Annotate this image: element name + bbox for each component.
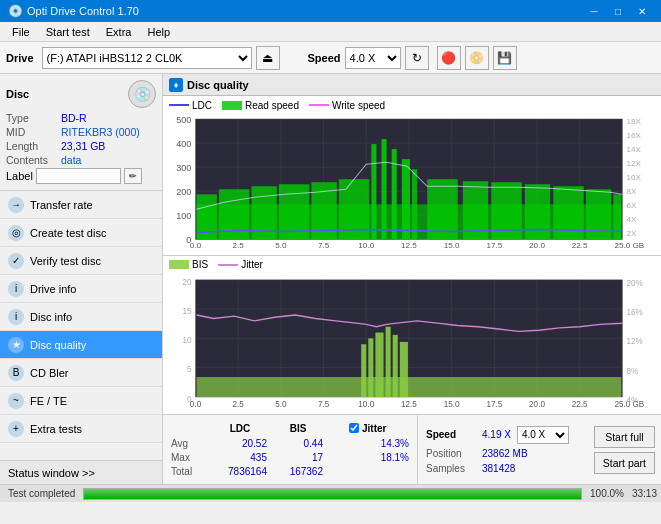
svg-rect-25 [371, 144, 376, 239]
start-part-button[interactable]: Start part [594, 452, 655, 474]
transfer-rate-icon: → [8, 197, 24, 213]
sidebar-item-label-verify-test-disc: Verify test disc [30, 255, 101, 267]
menu-file[interactable]: File [4, 24, 38, 40]
svg-text:2X: 2X [626, 229, 637, 238]
disc-icon: 💿 [128, 80, 156, 108]
jitter-checkbox[interactable] [349, 423, 359, 433]
sidebar-item-label-disc-quality: Disc quality [30, 339, 86, 351]
menu-start-test[interactable]: Start test [38, 24, 98, 40]
app-icon: 💿 [8, 4, 23, 18]
minimize-button[interactable]: ─ [583, 3, 605, 19]
upper-chart-svg: 500 400 300 200 100 0 0.0 2.5 5.0 7.5 10… [163, 114, 661, 255]
svg-rect-82 [361, 344, 366, 397]
sidebar-item-extra-tests[interactable]: + Extra tests [0, 415, 162, 443]
drive-label: Drive [6, 52, 34, 64]
svg-text:10.0: 10.0 [358, 398, 374, 409]
chart-title-bar: ♦ Disc quality [163, 74, 661, 96]
sidebar-item-transfer-rate[interactable]: → Transfer rate [0, 191, 162, 219]
speed-dropdown[interactable]: 4.0 X [517, 426, 569, 444]
disc-length-field: Length 23,31 GB [6, 140, 156, 152]
write-speed-color [309, 104, 329, 106]
max-bis: 17 [273, 452, 323, 463]
disc-info-header: Disc 💿 [6, 80, 156, 108]
bis-col-header: BIS [273, 423, 323, 434]
sidebar-item-cd-bler[interactable]: B CD Bler [0, 359, 162, 387]
speed-select[interactable]: 4.0 X [345, 47, 401, 69]
svg-text:12.5: 12.5 [401, 398, 417, 409]
svg-text:2.5: 2.5 [233, 242, 245, 251]
svg-text:GB: GB [633, 242, 645, 251]
progress-track [83, 488, 582, 500]
start-full-button[interactable]: Start full [594, 426, 655, 448]
sidebar-item-fe-te[interactable]: ~ FE / TE [0, 387, 162, 415]
legend-ldc: LDC [169, 100, 212, 111]
disc-copy-button[interactable]: 📀 [465, 46, 489, 70]
svg-text:7.5: 7.5 [318, 398, 329, 409]
status-window-button[interactable]: Status window >> [0, 460, 162, 484]
svg-rect-26 [382, 139, 387, 239]
disc-length-label: Length [6, 140, 61, 152]
cd-bler-icon: B [8, 365, 24, 381]
speed-refresh-button[interactable]: ↻ [405, 46, 429, 70]
sidebar-item-create-test-disc[interactable]: ◎ Create test disc [0, 219, 162, 247]
drive-select[interactable]: (F:) ATAPI iHBS112 2 CL0K [42, 47, 252, 69]
svg-text:5.0: 5.0 [275, 398, 286, 409]
eject-button[interactable]: ⏏ [256, 46, 280, 70]
menu-help[interactable]: Help [139, 24, 178, 40]
disc-type-label: Type [6, 112, 61, 124]
disc-label-edit-button[interactable]: ✏ [124, 168, 142, 184]
action-buttons: Start full Start part [588, 415, 661, 484]
legend-write-speed: Write speed [309, 100, 385, 111]
disc-erase-button[interactable]: 🔴 [437, 46, 461, 70]
total-ldc: 7836164 [213, 466, 267, 477]
svg-text:7.5: 7.5 [318, 242, 330, 251]
chart-title: Disc quality [187, 79, 249, 91]
svg-text:4%: 4% [626, 394, 638, 405]
progress-percent: 100.0% [590, 488, 624, 499]
sidebar-item-label-disc-info: Disc info [30, 311, 72, 323]
svg-text:12%: 12% [626, 335, 642, 346]
svg-text:15: 15 [182, 305, 191, 316]
svg-text:400: 400 [176, 139, 191, 149]
disc-mid-label: MID [6, 126, 61, 138]
speed-col-header: Speed [426, 429, 476, 440]
disc-contents-label: Contents [6, 154, 61, 166]
sidebar-item-label-drive-info: Drive info [30, 283, 76, 295]
svg-text:10: 10 [182, 334, 191, 345]
menu-extra[interactable]: Extra [98, 24, 140, 40]
maximize-button[interactable]: □ [607, 3, 629, 19]
sidebar-item-drive-info[interactable]: i Drive info [0, 275, 162, 303]
stats-main: LDC BIS Jitter Avg 20.52 0.44 14.3% [163, 415, 417, 484]
total-label: Total [171, 466, 207, 477]
bottom-stats: LDC BIS Jitter Avg 20.52 0.44 14.3% [163, 414, 661, 484]
max-jitter: 18.1% [349, 452, 409, 463]
svg-rect-85 [386, 326, 391, 396]
chart-area: ♦ Disc quality LDC Read speed Write spee… [163, 74, 661, 484]
title-bar-title: 💿 Opti Drive Control 1.70 [8, 4, 139, 18]
disc-type-field: Type BD-R [6, 112, 156, 124]
svg-text:17.5: 17.5 [486, 398, 502, 409]
sidebar-item-disc-quality[interactable]: ★ Disc quality [0, 331, 162, 359]
disc-label-input[interactable] [36, 168, 121, 184]
lower-chart-svg: 20 15 10 5 0 0.0 2.5 5.0 7.5 10.0 12.5 1… [163, 274, 661, 415]
chart-title-icon: ♦ [169, 78, 183, 92]
svg-text:20.0: 20.0 [529, 242, 545, 251]
svg-text:300: 300 [176, 163, 191, 173]
upper-chart-legend: LDC Read speed Write speed [163, 96, 661, 114]
app-title: Opti Drive Control 1.70 [27, 5, 139, 17]
svg-text:15.0: 15.0 [444, 398, 460, 409]
jitter-col-header: Jitter [362, 423, 386, 434]
save-button[interactable]: 💾 [493, 46, 517, 70]
close-button[interactable]: ✕ [631, 3, 653, 19]
ldc-color [169, 104, 189, 106]
nav-items: → Transfer rate ◎ Create test disc ✓ Ver… [0, 191, 162, 443]
disc-type-value: BD-R [61, 112, 87, 124]
sidebar: Disc 💿 Type BD-R MID RITEKBR3 (000) Leng… [0, 74, 163, 484]
sidebar-item-verify-test-disc[interactable]: ✓ Verify test disc [0, 247, 162, 275]
upper-chart-wrapper: 500 400 300 200 100 0 0.0 2.5 5.0 7.5 10… [163, 114, 661, 256]
position-value: 23862 MB [482, 448, 528, 459]
sidebar-item-disc-info[interactable]: i Disc info [0, 303, 162, 331]
bis-label: BIS [192, 259, 208, 270]
speed-label: Speed [308, 52, 341, 64]
avg-label: Avg [171, 438, 207, 449]
